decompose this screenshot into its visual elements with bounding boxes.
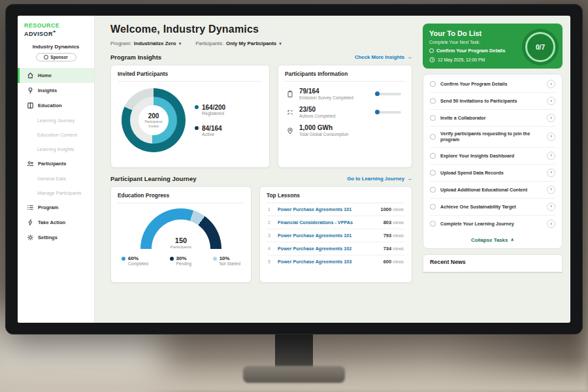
- card-title: Top Lessons: [267, 192, 405, 203]
- check-more-insights-link[interactable]: Check More Insights →: [355, 54, 412, 60]
- actions-progress-bar: [378, 111, 401, 114]
- sidebar-item-label: Learning Insights: [37, 146, 74, 152]
- todo-next-task[interactable]: Confirm Your Program Details: [429, 48, 524, 54]
- chevron-right-icon[interactable]: ›: [547, 133, 555, 141]
- checkbox-icon[interactable]: [430, 170, 436, 176]
- task-row-complete-learning-journey[interactable]: Complete Your Learning Journey ›: [430, 216, 555, 233]
- arrow-right-icon: →: [407, 176, 412, 182]
- clock-icon: [429, 57, 435, 63]
- participants-select-label: Participants:: [195, 41, 223, 46]
- chevron-right-icon[interactable]: ›: [547, 80, 555, 88]
- sidebar-nav: Home Insights Education Learning Journey…: [18, 68, 94, 245]
- lesson-views-unit: views: [393, 246, 404, 251]
- lesson-row[interactable]: 2 Financial Considerations - VPPAs 803vi…: [267, 216, 405, 229]
- sidebar-item-manage-participants[interactable]: Manage Participants: [18, 186, 94, 200]
- sidebar: RESOURCE ADVISOR+ Industry Dynamics Spon…: [18, 16, 95, 323]
- gear-icon: [27, 234, 34, 241]
- metric-value: 23/50: [299, 106, 372, 113]
- collapse-label: Collapse Tasks: [471, 237, 508, 243]
- home-icon: [27, 72, 34, 79]
- invited-donut-chart: 200 Participants Invited: [122, 88, 186, 152]
- checkbox-icon[interactable]: [430, 221, 436, 227]
- progress-ring-track: 0/7: [525, 32, 555, 62]
- legend-value: 10%: [220, 255, 240, 261]
- card-title: Participants Information: [285, 71, 405, 82]
- legend-dot: [195, 105, 199, 109]
- sidebar-item-education[interactable]: Education: [18, 98, 94, 113]
- sidebar-item-general-data[interactable]: General Data: [18, 171, 94, 186]
- sidebar-item-settings[interactable]: Settings: [18, 230, 94, 245]
- lesson-link[interactable]: Power Purchase Agreements 102: [278, 246, 379, 252]
- program-select[interactable]: Program: Industrialize Zero ▾: [110, 41, 181, 46]
- lesson-views-value: 1000: [381, 206, 391, 212]
- chevron-right-icon[interactable]: ›: [547, 169, 555, 177]
- lesson-link[interactable]: Power Purchase Agreements 103: [278, 259, 379, 265]
- task-row-achieve-target[interactable]: Achieve One Sustainability Target ›: [430, 199, 555, 216]
- task-label: Upload Spend Data Records: [440, 170, 542, 176]
- todo-progress-value: 0/7: [536, 44, 545, 51]
- legend-label: Registered: [202, 111, 225, 116]
- task-row-upload-spend-data[interactable]: Upload Spend Data Records ›: [430, 165, 555, 182]
- todo-progress-ring: 0/7: [522, 29, 559, 65]
- lesson-link[interactable]: Power Purchase Agreements 101: [278, 233, 379, 238]
- checkbox-icon[interactable]: [430, 98, 436, 104]
- location-pin-icon: [286, 127, 294, 135]
- sidebar-item-label: Participants: [38, 161, 66, 167]
- task-row-verify-participants[interactable]: Verify participants requesting to join t…: [430, 127, 555, 148]
- section-title: Participant Learning Journey: [110, 175, 196, 182]
- legend-value: 164/200: [202, 104, 225, 111]
- progress-handle: [375, 110, 380, 114]
- sidebar-item-label: Home: [38, 73, 52, 78]
- chevron-right-icon[interactable]: ›: [547, 186, 555, 194]
- sidebar-item-insights[interactable]: Insights: [18, 83, 94, 98]
- task-list-card: Confirm Your Program Details › Send 50 I…: [423, 74, 563, 249]
- task-label: Upload Additional Educational Content: [440, 187, 542, 193]
- sponsor-badge[interactable]: Sponsor: [36, 53, 76, 61]
- lesson-row[interactable]: 1 Power Purchase Agreements 101 1000view…: [267, 203, 405, 216]
- task-row-send-invitations[interactable]: Send 50 Invitations to Participants ›: [430, 93, 555, 110]
- legend-dot: [122, 257, 125, 261]
- chevron-right-icon[interactable]: ›: [547, 114, 555, 122]
- lesson-row[interactable]: 4 Power Purchase Agreements 102 734views: [267, 242, 405, 255]
- legend-value: 84/164: [202, 125, 222, 132]
- checkbox-icon[interactable]: [430, 153, 436, 159]
- sidebar-item-education-content[interactable]: Education Content: [18, 127, 94, 142]
- sidebar-item-label: Education: [38, 103, 62, 108]
- task-row-explore-insights[interactable]: Explore Your Insights Dashboard ›: [430, 148, 555, 165]
- chevron-right-icon[interactable]: ›: [547, 152, 555, 160]
- lightbulb-icon: [27, 87, 34, 94]
- lesson-link[interactable]: Financial Considerations - VPPAs: [278, 220, 379, 225]
- collapse-tasks-button[interactable]: Collapse Tasks ∧: [430, 233, 555, 247]
- checklist-icon: [286, 108, 294, 116]
- checkbox-icon[interactable]: [430, 204, 436, 210]
- checkbox-icon[interactable]: [430, 81, 436, 87]
- chevron-down-icon: ▾: [279, 41, 282, 46]
- filter-bar: Program: Industrialize Zero ▾ Participan…: [110, 41, 412, 46]
- sidebar-item-home[interactable]: Home: [18, 68, 94, 83]
- sidebar-item-learning-journey[interactable]: Learning Journey: [18, 113, 94, 127]
- task-row-invite-collaborator[interactable]: Invite a Collaborator ›: [430, 110, 555, 127]
- lesson-rank: 1: [268, 207, 273, 212]
- page-title: Welcome, Industry Dynamics: [110, 24, 412, 35]
- metric-value: 1,000 GWh: [299, 124, 372, 131]
- chevron-right-icon[interactable]: ›: [547, 220, 555, 228]
- sidebar-item-program[interactable]: Program: [18, 200, 94, 215]
- checkbox-icon[interactable]: [430, 134, 436, 140]
- checkbox-icon[interactable]: [430, 187, 436, 193]
- task-row-upload-educational-content[interactable]: Upload Additional Educational Content ›: [430, 182, 555, 199]
- program-select-label: Program:: [110, 41, 131, 46]
- sidebar-item-take-action[interactable]: Take Action: [18, 215, 94, 230]
- sidebar-item-learning-insights[interactable]: Learning Insights: [18, 142, 94, 156]
- checkbox-icon[interactable]: [430, 115, 436, 121]
- sidebar-item-participants[interactable]: Participants: [18, 156, 94, 171]
- task-label: Confirm Your Program Details: [440, 81, 542, 87]
- lesson-row[interactable]: 5 Power Purchase Agreements 103 600views: [267, 255, 405, 268]
- participants-select[interactable]: Participants: Only My Participants ▾: [195, 41, 282, 46]
- task-row-confirm-program[interactable]: Confirm Your Program Details ›: [430, 76, 555, 93]
- lesson-link[interactable]: Power Purchase Agreements 101: [278, 206, 376, 212]
- go-to-learning-journey-link[interactable]: Go to Learning Journey →: [347, 176, 412, 182]
- chevron-right-icon[interactable]: ›: [547, 97, 555, 105]
- lesson-row[interactable]: 3 Power Purchase Agreements 101 793views: [267, 229, 405, 242]
- chevron-right-icon[interactable]: ›: [547, 203, 555, 211]
- monitor-bezel: RESOURCE ADVISOR+ Industry Dynamics Spon…: [5, 4, 583, 335]
